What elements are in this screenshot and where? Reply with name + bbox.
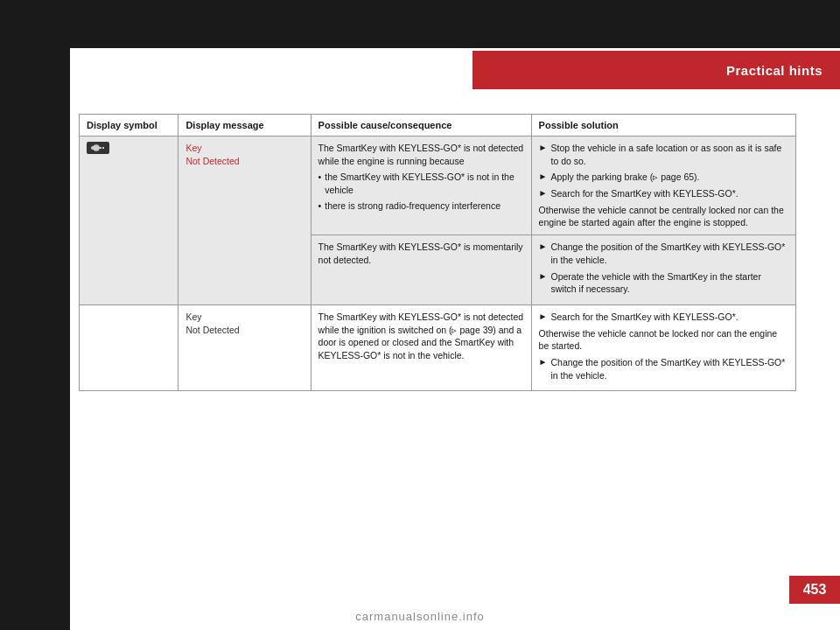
message-cell-red: KeyNot Detected [178,136,311,305]
key-icon [91,144,105,152]
page-number: 453 [789,576,840,604]
col-header-symbol: Display symbol [80,115,178,136]
top-strip [0,0,840,48]
solution-cell-1: ►Stop the vehicle in a safe location or … [531,136,795,235]
solution-item: ►Search for the SmartKey with KEYLESS-GO… [539,311,788,324]
message-text-red: KeyNot Detected [186,143,239,166]
cause-cell-1: The SmartKey with KEYLESS-GO* is not det… [311,136,531,235]
solution-cell-2: ►Change the position of the SmartKey wit… [531,235,795,305]
page-title: Practical hints [726,63,822,78]
cause-text-3: The SmartKey with KEYLESS-GO* is not det… [318,312,524,360]
header-banner: Practical hints [472,51,840,89]
solution-note-1: Otherwise the vehicle cannot be centrall… [539,204,788,229]
solution-list-3: ►Search for the SmartKey with KEYLESS-GO… [539,311,788,324]
svg-rect-0 [91,146,99,150]
svg-rect-2 [99,147,102,149]
main-table: Display symbol Display message Possible … [79,114,796,391]
symbol-cell [80,136,178,305]
key-symbol [87,142,109,154]
col-header-message: Display message [178,115,311,136]
solution-note-3: Otherwise the vehicle cannot be locked n… [539,327,788,353]
left-strip [0,0,70,630]
cause-text-2: The SmartKey with KEYLESS-GO* is momenta… [318,242,523,265]
solution-list-3b: ►Change the position of the SmartKey wit… [539,356,788,382]
col-header-cause: Possible cause/consequence [311,115,531,136]
solution-cell-3: ►Search for the SmartKey with KEYLESS-GO… [531,304,795,390]
solution-list-2: ►Change the position of the SmartKey wit… [539,241,788,296]
footer-watermark: carmanualsonline.info [0,610,840,623]
col-header-solution: Possible solution [531,115,795,136]
message-text-normal: KeyNot Detected [186,312,239,335]
solution-item: ►Operate the vehicle with the SmartKey i… [539,270,788,296]
cause-cell-2: The SmartKey with KEYLESS-GO* is momenta… [311,235,531,305]
solution-item: ►Stop the vehicle in a safe location or … [539,142,788,167]
cause-bullet-2: there is strong radio-frequency interfer… [318,200,524,213]
cause-text-1: The SmartKey with KEYLESS-GO* is not det… [318,143,524,166]
svg-rect-3 [102,147,104,149]
table-row: KeyNot Detected The SmartKey with KEYLES… [80,136,796,235]
solution-item: ►Search for the SmartKey with KEYLESS-GO… [539,187,788,200]
message-cell-normal: KeyNot Detected [178,304,311,390]
cause-bullets: the SmartKey with KEYLESS-GO* is not in … [318,171,524,212]
table-row: KeyNot Detected The SmartKey with KEYLES… [80,304,796,390]
cause-cell-3: The SmartKey with KEYLESS-GO* is not det… [311,304,531,390]
solution-list-1: ►Stop the vehicle in a safe location or … [539,142,788,200]
solution-item: ►Apply the parking brake (▹ page 65). [539,171,788,184]
solution-item: ►Change the position of the SmartKey wit… [539,356,788,382]
content-area: Display symbol Display message Possible … [79,114,796,542]
solution-item: ►Change the position of the SmartKey wit… [539,241,788,266]
symbol-cell-empty [80,304,178,390]
cause-bullet-1: the SmartKey with KEYLESS-GO* is not in … [318,171,524,196]
